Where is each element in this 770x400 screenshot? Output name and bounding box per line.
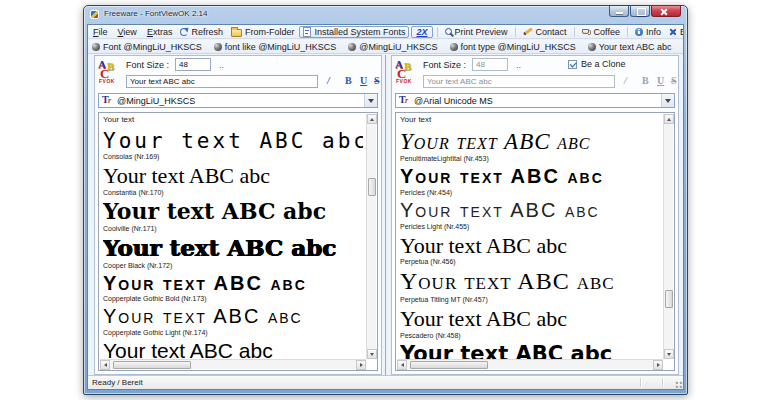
font-sample: Your text	[400, 116, 660, 128]
horizontal-scroll-thumb[interactable]	[410, 361, 488, 369]
installed-system-fonts-button[interactable]: Installed System Fonts	[299, 26, 409, 38]
arrow-down-icon	[370, 353, 374, 356]
font-preview-item: Your text ABC abcPescadero (Nr.458)	[397, 305, 663, 341]
strikethrough-button[interactable]: S	[374, 75, 380, 86]
arrow-left-icon	[104, 363, 107, 367]
vertical-scrollbar[interactable]	[366, 114, 376, 359]
font-sample: Your text ABC abc	[400, 130, 660, 155]
font-size-more[interactable]: ..	[219, 60, 224, 70]
print-preview-button[interactable]: Print Preview	[442, 26, 511, 38]
coffee-button[interactable]: Coffee	[579, 26, 623, 38]
be-a-clone-option[interactable]: Be a Clone	[568, 59, 626, 69]
font-sample: Your text ABC abc	[400, 343, 660, 359]
selected-font: @MingLiU_HKSCS	[117, 96, 195, 106]
vertical-scroll-thumb[interactable]	[665, 290, 673, 308]
scroll-right-button[interactable]	[356, 360, 366, 370]
info-button[interactable]: Info	[632, 26, 664, 38]
quick-item-font[interactable]: Font @MingLiU_HKSCS	[92, 42, 202, 52]
pane-splitter[interactable]	[385, 55, 386, 375]
font-name-label: Perpetua (Nr.456)	[400, 257, 660, 267]
font-page-icon	[303, 27, 311, 37]
maximize-button[interactable]	[630, 6, 650, 17]
vertical-scroll-thumb[interactable]	[368, 178, 376, 196]
horizontal-scrollbar[interactable]	[100, 359, 366, 369]
font-sample: Your text ABC abc	[103, 306, 363, 328]
font-select-dropdown[interactable]: @MingLiU_HKSCS	[98, 93, 378, 108]
underline-button[interactable]: U	[360, 75, 367, 86]
status-text: Ready / Bereit	[92, 378, 143, 387]
status-bar: Ready / Bereit	[88, 375, 683, 389]
font-sample: Your text ABC abc	[103, 164, 363, 188]
scroll-left-button[interactable]	[100, 360, 110, 370]
font-preview-item: Your text ABC abcPerpetua Titling MT (Nr…	[397, 267, 663, 305]
scroll-right-button[interactable]	[653, 360, 663, 370]
vertical-scrollbar[interactable]	[663, 114, 673, 359]
font-sample: Your text ABC abc	[400, 307, 660, 331]
horizontal-scrollbar[interactable]	[397, 359, 663, 369]
scroll-down-button[interactable]	[664, 349, 674, 359]
quick-item-font-type[interactable]: font type @MingLiU_HKSCS	[450, 42, 576, 52]
font-preview-item: Your text	[100, 114, 366, 128]
from-folder-button[interactable]: From-Folder	[228, 26, 298, 38]
font-size-input[interactable]	[175, 58, 211, 71]
info-icon	[635, 28, 643, 36]
clone-checkbox[interactable]	[568, 60, 577, 69]
underline-button[interactable]: U	[657, 75, 664, 86]
font-preview-list: Your textYour text ABC abcPenultimateLig…	[395, 112, 675, 371]
menu-bar: File View Extras Refresh From-Folder Ins…	[88, 25, 683, 39]
app-window: Freeware - FontViewOK 2.14 File View Ext…	[83, 5, 688, 395]
horizontal-scroll-thumb[interactable]	[113, 361, 191, 369]
font-type-icon	[102, 96, 113, 106]
scroll-down-button[interactable]	[367, 349, 377, 359]
fontviewok-logo: A B C FVOK	[98, 58, 122, 84]
dropdown-arrow-button[interactable]	[661, 94, 674, 107]
resize-grip[interactable]	[674, 380, 682, 388]
font-name-label: Consolas (Nr.169)	[103, 152, 363, 162]
app-icon	[90, 10, 99, 19]
arrow-right-icon	[360, 363, 363, 367]
font-preview-item: Your text ABC abcCopperplate Gothic Bold…	[100, 271, 366, 305]
menu-view[interactable]: View	[113, 27, 142, 37]
font-sample: Your text ABC abc	[103, 130, 363, 153]
fontviewok-logo: A B C FVOK	[395, 58, 419, 84]
toolbar-separator	[627, 27, 628, 37]
sphere-icon	[588, 43, 596, 51]
font-preview-item: Your text ABC abcConstantia (Nr.170)	[100, 162, 366, 198]
quick-item-font-like[interactable]: font like @MingLiU_HKSCS	[214, 42, 337, 52]
sample-text-input[interactable]	[423, 75, 615, 88]
scroll-up-button[interactable]	[367, 114, 377, 124]
scroll-left-button[interactable]	[397, 360, 407, 370]
coffee-cup-icon	[582, 29, 589, 34]
font-select-dropdown[interactable]: @Arial Unicode MS	[395, 93, 675, 108]
toolbar-separator	[515, 27, 516, 37]
minimize-button[interactable]	[609, 6, 629, 17]
sample-text-input[interactable]	[126, 75, 318, 88]
quick-item-font-name[interactable]: @MingLiU_HKSCS	[348, 42, 437, 52]
font-name-label: Pescadero (Nr.458)	[400, 331, 660, 341]
font-name-label: PenultimateLightItal (Nr.453)	[400, 154, 660, 164]
italic-button[interactable]: /	[327, 75, 330, 86]
refresh-button[interactable]: Refresh	[177, 26, 226, 38]
close-button[interactable]	[651, 6, 681, 17]
exit-button[interactable]: Exit	[666, 26, 684, 38]
quick-item-sample-text[interactable]: Your text ABC abc	[588, 42, 672, 52]
font-sample: Your text ABC abc	[400, 200, 660, 222]
menu-extras[interactable]: Extras	[142, 27, 178, 37]
font-name-label: Copperplate Gothic Bold (Nr.173)	[103, 294, 363, 304]
chevron-down-icon	[368, 99, 374, 103]
italic-button[interactable]: /	[624, 75, 627, 86]
dropdown-arrow-button[interactable]	[364, 94, 377, 107]
sphere-icon	[450, 43, 458, 51]
font-sample: Your text ABC abc	[400, 234, 660, 258]
contact-button[interactable]: Contact	[520, 26, 570, 38]
font-preview-item: Your text ABC abcCoolville (Nr.171)	[100, 198, 366, 234]
scroll-up-button[interactable]	[664, 114, 674, 124]
font-size-input[interactable]	[472, 58, 508, 71]
font-size-more[interactable]: ..	[516, 60, 521, 70]
bold-button[interactable]: B	[642, 75, 649, 86]
bold-button[interactable]: B	[345, 75, 352, 86]
font-type-icon	[399, 96, 410, 106]
two-x-button[interactable]: 2X	[411, 26, 432, 38]
menu-file[interactable]: File	[88, 27, 113, 37]
strikethrough-button[interactable]: S	[671, 75, 677, 86]
